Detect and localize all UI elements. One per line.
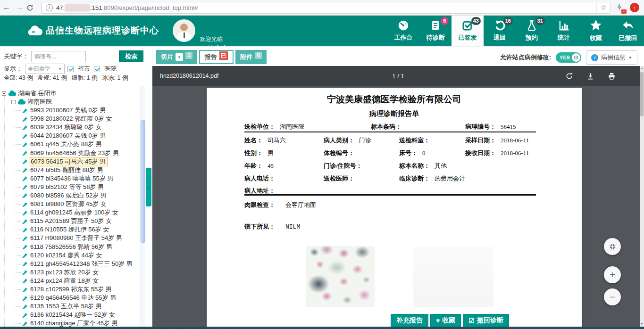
case-row[interactable]: 6129 q456456546 申达 55岁 男 bbox=[22, 294, 133, 302]
browser-forward-button[interactable]: → bbox=[13, 3, 26, 12]
case-row[interactable]: 6077 bl345436 嘻嘻嘻 55岁 男 bbox=[22, 174, 133, 183]
field-value: 男 bbox=[268, 149, 274, 156]
collapse-minus-icon[interactable] bbox=[11, 100, 16, 104]
case-row[interactable]: 6124 px124 薛童 18岁 女 bbox=[22, 277, 133, 285]
field-label: 体检编号： bbox=[324, 149, 354, 156]
keyword-label: 关键字： bbox=[4, 52, 28, 61]
nav-item-statistics[interactable]: 统计 bbox=[548, 16, 580, 46]
case-row[interactable]: 5993 20180607 吴钱 0岁 男 bbox=[22, 106, 133, 115]
type-filter-select[interactable]: 全部类型 ▼ bbox=[25, 64, 65, 74]
field-value: 56415 bbox=[501, 123, 516, 130]
case-row[interactable]: 6074 bl585 鞠丽佳 88岁 男 bbox=[22, 166, 133, 174]
scroll-up-arrow-icon[interactable]: ▲ bbox=[641, 66, 644, 71]
case-info-button[interactable]: i 病例信息 ▼ bbox=[586, 50, 637, 65]
case-row[interactable]: 6120 k02154 廖秀 44岁 女 bbox=[22, 251, 133, 260]
case-row[interactable]: 6114 gh091245 高丽参 100岁 女 bbox=[22, 208, 133, 217]
tree-hospital-node[interactable]: 湖南医院 bbox=[11, 98, 52, 106]
page-info-icon[interactable]: i bbox=[46, 4, 53, 11]
favorite-button[interactable]: ♥收藏 bbox=[430, 314, 461, 327]
tab-report[interactable]: 报告 已 bbox=[199, 50, 234, 64]
browser-back-button[interactable]: ← bbox=[0, 3, 13, 12]
secondary-image-placeholder bbox=[413, 246, 493, 307]
sidebar-collapse-handle[interactable]: ‹ bbox=[146, 168, 151, 206]
field-label: 门诊/住院号： bbox=[324, 162, 362, 169]
nav-item-pending[interactable]: 待诊断 6 bbox=[419, 16, 452, 46]
browser-refresh-button[interactable] bbox=[26, 4, 40, 11]
case-row[interactable]: 6117 H9080980 王李普子 54岁 男 bbox=[22, 234, 133, 242]
fit-page-button[interactable] bbox=[604, 238, 621, 255]
tree-region-node[interactable]: 湖南省.岳阳市 bbox=[2, 89, 57, 98]
scroll-down-arrow-icon[interactable]: ▼ bbox=[641, 321, 644, 326]
attachment-count-badge: 0 bbox=[255, 52, 262, 59]
display-label: 显示： bbox=[4, 65, 22, 73]
main-nav: 工作台 待诊断 6 已签发 43 退回 16 预约 31 bbox=[387, 16, 644, 46]
fit-page-icon bbox=[609, 243, 617, 251]
user-avatar[interactable] bbox=[173, 19, 195, 42]
withdraw-diagnosis-button[interactable]: ☑撤回诊断 bbox=[463, 314, 509, 327]
case-row[interactable]: 6061 q445 关小怂 88岁 男 bbox=[22, 140, 133, 148]
field-label: 肉眼检查： bbox=[244, 201, 275, 208]
supplement-report-button[interactable]: 补充报告 bbox=[391, 314, 428, 327]
viewer-scrollbar-thumb[interactable] bbox=[640, 72, 644, 116]
bookmark-star-icon[interactable]: ☆ bbox=[596, 3, 607, 12]
case-row[interactable]: 6069 hn4564656 奖励金 23岁 男 bbox=[22, 148, 133, 157]
slice-dropdown-icon[interactable]: ▼ bbox=[176, 53, 183, 61]
pdf-viewer[interactable]: 宁波美康盛德医学检验所有限公司 病理诊断报告单 送检单位：湖南医院 标本条码： … bbox=[152, 86, 640, 327]
case-row[interactable]: 6115 A201589 贾惠子 50岁 女 bbox=[22, 217, 133, 225]
case-row[interactable]: 6039 32434 杨璐璐 0岁 女 bbox=[22, 123, 133, 132]
nav-item-returned[interactable]: 退回 16 bbox=[484, 16, 516, 46]
case-row[interactable]: 6123 px123 苏欣 20岁 女 bbox=[22, 268, 133, 277]
field-label: 送检医师： bbox=[324, 175, 354, 182]
nav-item-reservation[interactable]: 预约 31 bbox=[516, 16, 548, 46]
case-row[interactable]: 6080 bl8586 侯启白 52岁 男 bbox=[22, 191, 133, 200]
pen-icon bbox=[22, 167, 28, 173]
browser-toolbar: ← → i 47. .151 :8090/expert/page/inclod_… bbox=[0, 0, 644, 16]
viewer-scrollbar[interactable]: ▲ ▼ bbox=[640, 66, 644, 327]
stat-frozen: 冰冻: 1 例 bbox=[102, 74, 128, 82]
tree-region-label: 湖南省.岳阳市 bbox=[18, 89, 57, 98]
pen-icon bbox=[22, 252, 28, 258]
detail-tabs: 切片 ▼ 1 报告 已 附件 0 bbox=[156, 50, 267, 64]
zoom-in-button[interactable]: + bbox=[604, 266, 621, 283]
sidebar-scrollbar-thumb[interactable] bbox=[141, 120, 145, 243]
nav-item-signed[interactable]: 已签发 43 bbox=[452, 16, 484, 46]
case-row-selected[interactable]: 6073 56415 司马六 45岁 男 bbox=[22, 157, 133, 166]
case-row[interactable]: 6135 1553 五点半 58岁 男 bbox=[22, 302, 133, 311]
zoom-out-button[interactable]: − bbox=[604, 288, 621, 305]
case-row[interactable]: 6140 changjiage 厂家个 45岁 男 bbox=[22, 319, 133, 327]
heart-icon: ♥ bbox=[436, 317, 440, 324]
allow-edit-toggle[interactable]: YES bbox=[556, 52, 581, 63]
extension-button[interactable]: - bbox=[615, 2, 625, 13]
case-row[interactable]: 5998 20180022 郭红霞 0岁 女 bbox=[22, 115, 133, 123]
nav-item-withdrawn[interactable]: 已撤回 bbox=[612, 16, 644, 46]
tab-attachments[interactable]: 附件 0 bbox=[235, 50, 267, 64]
case-row[interactable]: 6121 gh45545412348 张三三 50岁 男 bbox=[22, 260, 133, 268]
pen-icon bbox=[22, 287, 28, 293]
field-value: 2018-06-11 bbox=[501, 137, 529, 144]
case-row[interactable]: 6079 bl52102 等等 58岁 男 bbox=[22, 183, 133, 191]
app-header: ∞ 品信生物远程病理诊断中心 欢迎光临 复核专家 ▼ 工作台 待诊断 6 bbox=[0, 16, 644, 46]
case-row[interactable]: 6116 N10555 娜扎伊 56岁 女 bbox=[22, 225, 133, 234]
keyword-input[interactable] bbox=[31, 51, 86, 62]
collapse-minus-icon[interactable] bbox=[2, 91, 6, 96]
sidebar-scrollbar[interactable] bbox=[140, 86, 145, 327]
province-checkbox-label: 省市 bbox=[78, 65, 90, 73]
tab-slices[interactable]: 切片 ▼ 1 bbox=[156, 50, 197, 64]
stat-routine: 常规: 41 例 bbox=[38, 74, 67, 82]
search-button[interactable]: 检索 bbox=[119, 50, 143, 62]
pen-icon bbox=[22, 269, 28, 275]
case-row[interactable]: 6128 c102599 祁东东 55岁 男 bbox=[22, 285, 133, 294]
browser-update-icon[interactable]: ↑ bbox=[630, 3, 639, 12]
province-checkbox[interactable] bbox=[67, 66, 74, 72]
hospital-checkbox[interactable] bbox=[94, 66, 100, 72]
case-row[interactable]: 6081 bl9880 区资源 45岁 女 bbox=[22, 200, 133, 208]
case-row[interactable]: 6136 k0215434 赵唯一 52岁 女 bbox=[22, 311, 133, 319]
case-row[interactable]: 6118 758526556 郭靖 56岁 男 bbox=[22, 243, 133, 251]
case-row[interactable]: 6044 20180607 吴钱 0岁 男 bbox=[22, 132, 133, 140]
address-bar[interactable]: i 47. .151 :8090/expert/page/inclod_top.… bbox=[42, 2, 611, 14]
nav-item-workbench[interactable]: 工作台 bbox=[387, 16, 419, 46]
allow-edit-label: 允许站点病例修改: bbox=[500, 53, 551, 62]
nav-item-favorites[interactable]: 收藏 bbox=[580, 16, 612, 46]
pen-icon bbox=[22, 278, 28, 284]
info-icon: i bbox=[591, 54, 598, 61]
